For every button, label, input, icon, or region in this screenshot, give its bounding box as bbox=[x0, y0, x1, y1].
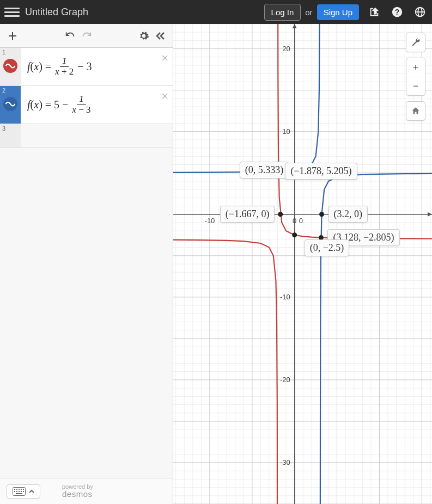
expression-index: 3 bbox=[2, 125, 5, 132]
collapse-panel-button[interactable] bbox=[152, 28, 168, 44]
delete-expression-button[interactable]: × bbox=[161, 51, 168, 65]
point-label: (0, −2.5) bbox=[305, 239, 350, 256]
expression-index: 1 bbox=[2, 49, 5, 56]
delete-expression-button[interactable]: × bbox=[161, 89, 168, 103]
point-label: (−1.878, 5.205) bbox=[285, 163, 357, 180]
svg-point-139 bbox=[292, 232, 297, 237]
expression-list: 1 f(x) = 1x + 2 − 3 × 2 bbox=[0, 48, 173, 478]
menu-icon[interactable] bbox=[4, 4, 20, 20]
panel-footer: powered by desmos bbox=[0, 478, 173, 504]
keyboard-toggle-button[interactable] bbox=[7, 484, 40, 499]
redo-button[interactable] bbox=[78, 28, 95, 44]
expression-content[interactable]: f(x) = 5 − 1x − 3 bbox=[21, 86, 173, 124]
app-header: Untitled Graph Log In or Sign Up ? bbox=[0, 0, 432, 24]
svg-text:20: 20 bbox=[282, 45, 290, 53]
point-label: (−1.667, 0) bbox=[220, 206, 275, 223]
keyboard-icon bbox=[13, 487, 26, 496]
home-button[interactable] bbox=[406, 102, 425, 120]
svg-rect-12 bbox=[16, 491, 17, 492]
graph-title[interactable]: Untitled Graph bbox=[25, 7, 88, 18]
expression-content[interactable] bbox=[21, 124, 173, 147]
expression-index: 2 bbox=[2, 87, 5, 94]
expression-row[interactable]: 2 f(x) = 5 − 1x − 3 × bbox=[0, 86, 173, 124]
language-icon[interactable] bbox=[412, 4, 428, 20]
svg-rect-8 bbox=[19, 489, 20, 490]
point-label: (0, 5.333) bbox=[240, 162, 289, 179]
or-label: or bbox=[305, 8, 312, 17]
svg-rect-7 bbox=[16, 489, 17, 490]
zoom-out-button[interactable]: − bbox=[406, 77, 425, 95]
svg-rect-13 bbox=[19, 491, 20, 492]
expression-row-blank[interactable]: 3 bbox=[0, 124, 173, 148]
home-icon bbox=[411, 106, 421, 116]
point-label: (3.2, 0) bbox=[328, 206, 368, 223]
graph-area[interactable]: -100-30-20-1010200 + − (0, 5.333)(−1.878… bbox=[173, 24, 432, 504]
wrench-icon bbox=[411, 38, 421, 47]
svg-rect-14 bbox=[21, 491, 22, 492]
expression-content[interactable]: f(x) = 1x + 2 − 3 bbox=[21, 48, 173, 85]
expression-gutter[interactable]: 1 bbox=[0, 48, 21, 85]
help-icon[interactable]: ? bbox=[390, 4, 405, 20]
svg-rect-9 bbox=[21, 489, 22, 490]
graph-controls: + − bbox=[406, 33, 425, 121]
expression-gutter: 3 bbox=[0, 124, 21, 147]
svg-text:?: ? bbox=[395, 8, 399, 16]
svg-rect-11 bbox=[14, 491, 15, 492]
panel-toolbar bbox=[0, 24, 173, 48]
main-area: 1 f(x) = 1x + 2 − 3 × 2 bbox=[0, 24, 432, 504]
undo-button[interactable] bbox=[62, 28, 78, 44]
svg-text:0: 0 bbox=[299, 217, 303, 225]
svg-text:10: 10 bbox=[282, 127, 290, 136]
chevron-up-icon bbox=[29, 489, 34, 494]
settings-icon[interactable] bbox=[136, 28, 152, 44]
expression-gutter[interactable]: 2 bbox=[0, 86, 21, 124]
svg-text:-10: -10 bbox=[280, 293, 290, 301]
expression-color-icon[interactable] bbox=[3, 59, 17, 73]
svg-text:-30: -30 bbox=[280, 458, 290, 466]
expression-row[interactable]: 1 f(x) = 1x + 2 − 3 × bbox=[0, 48, 173, 86]
svg-point-137 bbox=[319, 212, 324, 217]
expression-panel: 1 f(x) = 1x + 2 − 3 × 2 bbox=[0, 24, 173, 504]
svg-text:-20: -20 bbox=[280, 376, 290, 384]
zoom-in-button[interactable]: + bbox=[406, 58, 425, 77]
graph-settings-button[interactable] bbox=[406, 33, 425, 52]
svg-text:0: 0 bbox=[293, 217, 296, 225]
svg-rect-6 bbox=[14, 489, 15, 490]
signup-button[interactable]: Sign Up bbox=[317, 4, 359, 20]
svg-point-136 bbox=[278, 212, 283, 217]
graph-svg: -100-30-20-1010200 bbox=[173, 24, 432, 504]
svg-rect-10 bbox=[23, 489, 24, 490]
login-button[interactable]: Log In bbox=[264, 4, 301, 21]
expression-color-icon[interactable] bbox=[3, 97, 17, 111]
svg-rect-15 bbox=[23, 491, 24, 492]
svg-text:-10: -10 bbox=[205, 217, 215, 225]
powered-by-label: powered by desmos bbox=[62, 483, 93, 499]
share-icon[interactable] bbox=[367, 4, 382, 20]
svg-rect-16 bbox=[16, 493, 22, 494]
add-expression-button[interactable] bbox=[4, 28, 21, 44]
